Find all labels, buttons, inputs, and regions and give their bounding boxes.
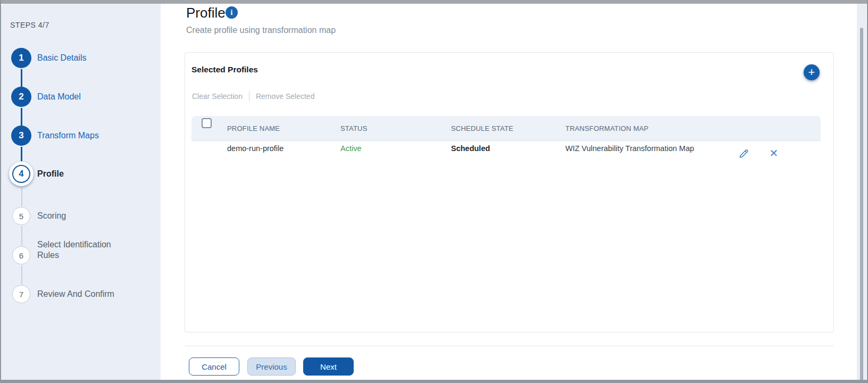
step-number-circle: 1 bbox=[11, 48, 31, 68]
select-all-checkbox[interactable] bbox=[202, 118, 212, 128]
step-connector bbox=[21, 147, 22, 161]
panel-title: Selected Profiles bbox=[191, 65, 258, 74]
step-connector bbox=[21, 69, 22, 87]
table-toolbar: Clear Selection Remove Selected bbox=[192, 91, 314, 102]
column-header-transformation-map[interactable]: TRANSFORMATION MAP bbox=[565, 124, 648, 132]
step-label: Scoring bbox=[37, 211, 66, 221]
clear-selection-link[interactable]: Clear Selection bbox=[192, 92, 243, 101]
wizard-stepper-sidebar: STEPS 4/7 1 Basic Details 2 Data Model 3… bbox=[1, 4, 161, 380]
previous-button[interactable]: Previous bbox=[247, 357, 296, 376]
window-border-left bbox=[0, 0, 1, 383]
step-label: Data Model bbox=[37, 91, 81, 102]
steps-progress-label: STEPS 4/7 bbox=[10, 21, 49, 29]
close-icon: ✕ bbox=[770, 147, 779, 160]
column-header-status[interactable]: STATUS bbox=[340, 124, 368, 132]
step-connector bbox=[21, 108, 22, 126]
column-header-profile-name[interactable]: PROFILE NAME bbox=[227, 124, 280, 132]
cell-status: Active bbox=[340, 144, 362, 153]
delete-row-button[interactable]: ✕ bbox=[767, 147, 780, 160]
cancel-button[interactable]: Cancel bbox=[189, 357, 239, 376]
step-label: Basic Details bbox=[37, 53, 86, 63]
column-header-schedule-state[interactable]: SCHEDULE STATE bbox=[451, 124, 513, 132]
next-button[interactable]: Next bbox=[303, 357, 354, 376]
step-connector bbox=[21, 265, 22, 285]
toolbar-separator bbox=[249, 91, 249, 101]
step-label: Review And Confirm bbox=[37, 289, 114, 299]
step-connector bbox=[21, 226, 22, 246]
vertical-scrollbar-track[interactable] bbox=[857, 4, 866, 380]
page-subtitle: Create profile using transformation map bbox=[186, 26, 336, 35]
step-number-circle: 2 bbox=[11, 87, 31, 107]
cell-schedule-state: Scheduled bbox=[451, 144, 490, 153]
page-title: Profile bbox=[186, 5, 226, 21]
info-icon[interactable]: i bbox=[226, 6, 238, 19]
cell-transformation-map: WIZ Vulnerability Transformation Map bbox=[565, 144, 694, 153]
step-label: Transform Maps bbox=[37, 130, 99, 141]
step-number-circle: 6 bbox=[12, 246, 30, 264]
step-number-circle: 7 bbox=[12, 285, 30, 303]
step-label: Select Identification Rules bbox=[37, 239, 128, 261]
remove-selected-link[interactable]: Remove Selected bbox=[256, 92, 315, 101]
step-number-circle: 4 bbox=[12, 165, 30, 183]
vertical-scrollbar-thumb[interactable] bbox=[860, 28, 863, 381]
window-border-top bbox=[0, 0, 868, 4]
step-connector bbox=[21, 187, 22, 206]
add-profile-button[interactable]: + bbox=[804, 64, 820, 80]
edit-row-button[interactable] bbox=[737, 147, 750, 160]
step-number-circle: 3 bbox=[11, 126, 31, 146]
cell-profile-name: demo-run-profile bbox=[227, 144, 283, 153]
step-number-circle: 5 bbox=[12, 207, 30, 225]
pencil-icon bbox=[738, 147, 750, 160]
window-border-bottom bbox=[0, 380, 868, 383]
step-label: Profile bbox=[37, 169, 64, 179]
footer-divider bbox=[185, 346, 834, 346]
